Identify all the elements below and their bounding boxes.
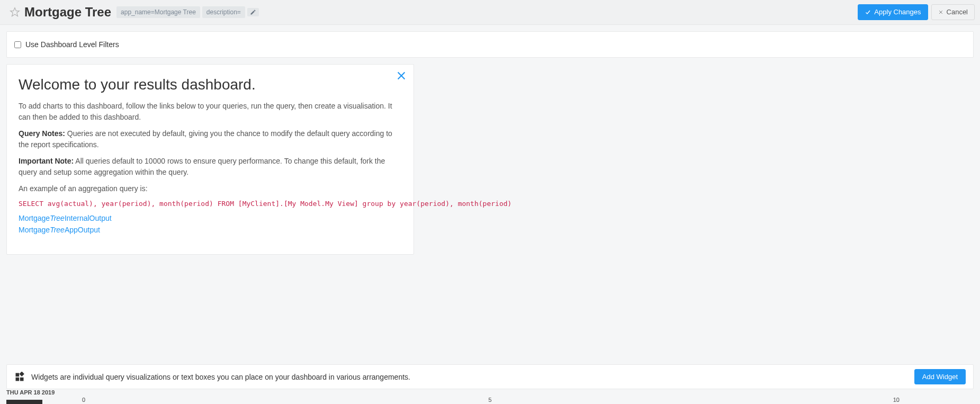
welcome-card: Welcome to your results dashboard. To ad…: [6, 64, 414, 255]
axis-tick-5: 5: [488, 397, 491, 403]
close-welcome-button[interactable]: [395, 70, 407, 82]
svg-rect-7: [20, 377, 24, 381]
apply-changes-button[interactable]: Apply Changes: [858, 4, 928, 20]
important-note-paragraph: Important Note: All queries default to 1…: [19, 156, 402, 178]
svg-rect-5: [16, 373, 20, 376]
aggregation-sql: SELECT avg(actual), year(period), month(…: [19, 200, 402, 208]
axis-tick-10: 10: [893, 397, 900, 403]
cancel-button[interactable]: Cancel: [931, 4, 975, 20]
aggregation-intro: An example of an aggregation query is:: [19, 183, 402, 194]
widget-hint-text: Widgets are individual query visualizati…: [31, 373, 410, 381]
axis-date-label: THU APR 18 2019: [6, 389, 55, 396]
app-name-tag: app_name=Mortgage Tree: [116, 6, 200, 18]
query-notes-paragraph: Query Notes: Queries are not executed by…: [19, 128, 402, 150]
link-suffix: AppOutput: [65, 226, 100, 234]
query-link-internal-output[interactable]: MortgageTreeInternalOutput: [19, 214, 402, 222]
important-note-label: Important Note:: [19, 157, 74, 165]
edit-tags-button[interactable]: [247, 8, 259, 16]
description-tag: description=: [202, 6, 245, 18]
use-dashboard-filters-label[interactable]: Use Dashboard Level Filters: [25, 40, 119, 49]
query-notes-body: Queries are not executed by default, giv…: [19, 129, 392, 149]
check-icon: [865, 9, 871, 15]
axis-tick-0: 0: [82, 397, 85, 403]
apply-changes-label: Apply Changes: [874, 8, 921, 16]
close-icon: [938, 10, 943, 15]
link-suffix: InternalOutput: [65, 214, 112, 222]
welcome-intro: To add charts to this dashboard, follow …: [19, 101, 402, 123]
add-widget-button[interactable]: Add Widget: [914, 369, 966, 384]
link-italic: Tree: [50, 226, 65, 234]
query-link-app-output[interactable]: MortgageTreeAppOutput: [19, 226, 402, 234]
svg-rect-6: [16, 377, 20, 381]
important-note-body: All queries default to 10000 rows to ens…: [19, 157, 385, 176]
link-prefix: Mortgage: [19, 214, 50, 222]
link-prefix: Mortgage: [19, 226, 50, 234]
timeline-axis: THU APR 18 2019 0 5 10: [6, 389, 974, 404]
use-dashboard-filters-checkbox[interactable]: [14, 41, 21, 48]
svg-marker-0: [11, 8, 20, 16]
widgets-icon: [14, 372, 25, 382]
welcome-heading: Welcome to your results dashboard.: [19, 76, 402, 93]
dashboard-filter-bar: Use Dashboard Level Filters: [6, 31, 974, 58]
favorite-star-icon[interactable]: [10, 7, 20, 17]
query-notes-label: Query Notes:: [19, 129, 65, 138]
page-title: Mortgage Tree: [24, 5, 111, 20]
pencil-icon: [250, 9, 256, 15]
widget-hint-bar: Widgets are individual query visualizati…: [6, 364, 974, 389]
axis-range-handle[interactable]: [6, 400, 42, 404]
link-italic: Tree: [50, 214, 65, 222]
cancel-label: Cancel: [947, 8, 968, 16]
header-bar: Mortgage Tree app_name=Mortgage Tree des…: [0, 0, 980, 25]
svg-rect-8: [19, 372, 24, 376]
